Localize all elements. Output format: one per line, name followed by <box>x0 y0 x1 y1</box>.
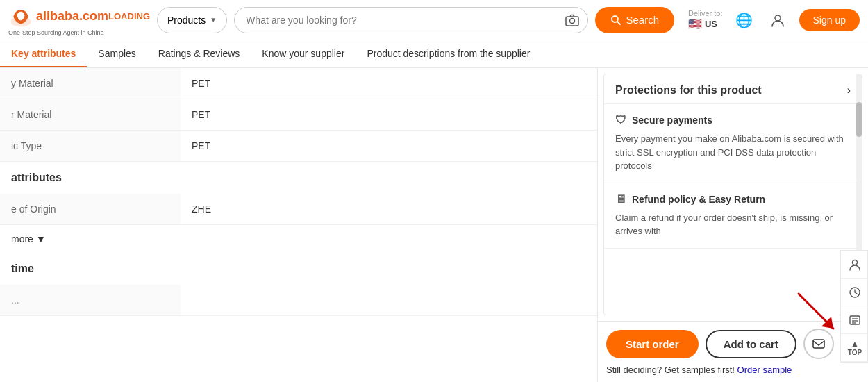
user-icon[interactable] <box>766 8 790 32</box>
search-bar <box>234 7 588 33</box>
svg-rect-7 <box>813 340 824 348</box>
search-button[interactable]: Search <box>595 7 674 33</box>
attr-label: ic Type <box>0 131 181 162</box>
start-order-button[interactable]: Start order <box>606 330 699 358</box>
country-display: 🇺🇸 US <box>688 17 723 31</box>
origin-label: e of Origin <box>0 194 181 225</box>
camera-icon[interactable] <box>562 10 582 30</box>
logo-loading: LOADING <box>108 11 150 22</box>
tab-ratings-reviews[interactable]: Ratings & Reviews <box>147 41 251 66</box>
table-row: r Material PET <box>0 99 597 131</box>
scrollbar-thumb <box>856 102 862 137</box>
right-panel: Protections for this product › 🛡 Secure … <box>597 68 868 382</box>
deliver-to: Deliver to: 🇺🇸 US <box>688 9 723 31</box>
attributes-table: y Material PET r Material PET ic Type PE… <box>0 68 597 162</box>
tab-know-supplier[interactable]: Know your supplier <box>251 41 356 66</box>
protection-secure-text: Every payment you make on Alibaba.com is… <box>615 132 851 173</box>
lead-time-label: ... <box>0 285 181 316</box>
signup-button[interactable]: Sign up <box>799 9 860 31</box>
globe-icon[interactable]: 🌐 <box>733 8 756 32</box>
svg-point-6 <box>775 15 781 21</box>
origin-value: ZHE <box>181 194 597 225</box>
logo-area: alibaba.com LOADING One-Stop Sourcing Ag… <box>8 4 150 36</box>
order-sample-link[interactable]: Order sample <box>737 365 792 375</box>
deliver-to-label: Deliver to: <box>688 9 723 17</box>
flag-icon: 🇺🇸 <box>688 17 702 31</box>
protections-title: Protections for this product <box>615 84 762 97</box>
lead-time-header: time <box>0 253 597 285</box>
action-buttons: Start order Add to cart <box>606 329 860 359</box>
protections-chevron-icon[interactable]: › <box>847 84 851 97</box>
products-dropdown[interactable]: Products ▼ <box>157 7 227 33</box>
logo-text: alibaba.com <box>36 9 108 24</box>
left-panel: y Material PET r Material PET ic Type PE… <box>0 68 597 382</box>
nav-tabs: Key attributes Samples Ratings & Reviews… <box>0 40 868 68</box>
more-link[interactable]: more ▼ <box>0 225 597 253</box>
svg-point-3 <box>570 18 575 23</box>
more-label: more <box>11 233 33 244</box>
action-bar: Start order Add to cart Still deciding? … <box>598 321 868 382</box>
lead-time-value <box>181 285 597 316</box>
logo-top: alibaba.com LOADING <box>8 4 150 29</box>
table-row: y Material PET <box>0 68 597 99</box>
shield-icon: 🛡 <box>615 114 626 126</box>
header-right: Deliver to: 🇺🇸 US 🌐 Sign up <box>688 8 860 32</box>
mail-icon <box>812 337 826 351</box>
protection-secure-title: 🛡 Secure payments <box>615 114 851 126</box>
protection-item-secure: 🛡 Secure payments Every payment you make… <box>604 104 862 183</box>
header: alibaba.com LOADING One-Stop Sourcing Ag… <box>0 0 868 40</box>
side-list-icon[interactable] <box>841 306 868 334</box>
protections-box: Protections for this product › 🛡 Secure … <box>603 74 862 315</box>
main-content: y Material PET r Material PET ic Type PE… <box>0 68 868 382</box>
side-user-icon[interactable] <box>841 251 868 279</box>
lead-time-table: ... <box>0 285 597 316</box>
tab-samples[interactable]: Samples <box>87 41 147 66</box>
tab-product-descriptions[interactable]: Product descriptions from the supplier <box>356 41 541 66</box>
search-icon <box>610 15 621 26</box>
side-top-button[interactable]: ▲ TOP <box>841 334 868 362</box>
table-row: ic Type PET <box>0 131 597 162</box>
svg-line-5 <box>617 22 620 24</box>
origin-table: e of Origin ZHE <box>0 194 597 225</box>
side-icons: ▲ TOP <box>840 250 868 363</box>
chevron-down-icon: ▼ <box>36 233 46 244</box>
attr-value: PET <box>181 99 597 131</box>
logo-icon <box>8 4 33 29</box>
chevron-down-icon: ▼ <box>210 16 217 24</box>
attributes-section-header: attributes <box>0 162 597 194</box>
add-to-cart-button[interactable]: Add to cart <box>706 330 796 358</box>
table-row: e of Origin ZHE <box>0 194 597 225</box>
country-label: US <box>705 19 717 29</box>
protection-refund-text: Claim a refund if your order doesn't shi… <box>615 211 851 238</box>
still-deciding-text: Still deciding? Get samples first! Order… <box>606 365 860 375</box>
attr-value: PET <box>181 68 597 99</box>
search-button-label: Search <box>626 14 659 26</box>
table-row: ... <box>0 285 597 316</box>
mail-button[interactable] <box>803 329 834 359</box>
monitor-icon: 🖥 <box>615 193 626 206</box>
products-label: Products <box>167 15 206 26</box>
attr-label: y Material <box>0 68 181 99</box>
attr-value: PET <box>181 131 597 162</box>
protection-item-refund: 🖥 Refund policy & Easy Return Claim a re… <box>604 183 862 249</box>
svg-point-10 <box>853 260 858 265</box>
attr-label: r Material <box>0 99 181 131</box>
protections-header: Protections for this product › <box>604 74 862 104</box>
protection-refund-title: 🖥 Refund policy & Easy Return <box>615 193 851 206</box>
side-history-icon[interactable] <box>841 279 868 306</box>
search-input[interactable] <box>240 15 562 26</box>
tab-key-attributes[interactable]: Key attributes <box>0 41 87 66</box>
logo-subtitle: One-Stop Sourcing Agent in China <box>8 29 104 36</box>
